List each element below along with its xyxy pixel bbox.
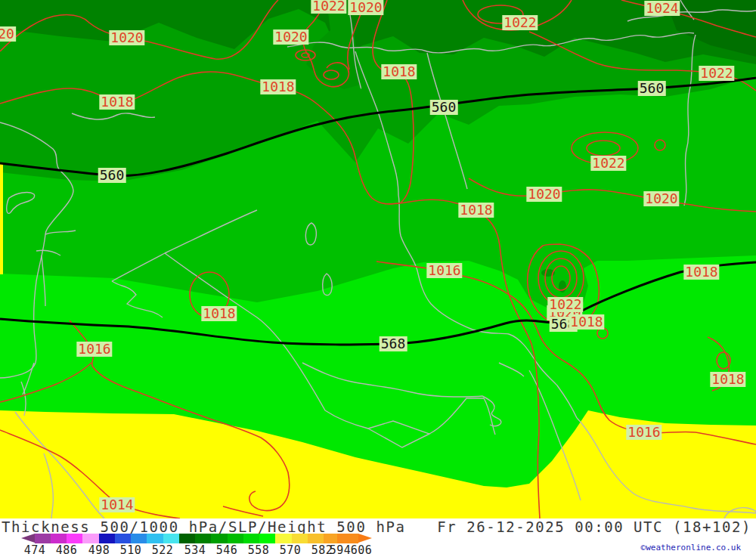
pressure-label-1016: 1016 — [626, 425, 662, 440]
colorbar-segment-15 — [275, 534, 292, 543]
colorbar-segment-19 — [337, 534, 358, 543]
colorbar-segment-12 — [228, 534, 243, 543]
weather-map-page: 2010201018102210201020101810181022102410… — [0, 0, 756, 554]
colorbar-tick-594: 594 — [330, 543, 352, 554]
pressure-label-1016: 1016 — [76, 342, 112, 357]
colorbar-segment-3 — [82, 534, 99, 543]
colorbar-tick-558: 558 — [248, 543, 270, 554]
colorbar-tick-546: 546 — [216, 543, 238, 554]
pressure-label-1022: 1022 — [311, 0, 346, 14]
colorbar-tick-498: 498 — [88, 543, 110, 554]
colorbar-segment-1 — [51, 534, 67, 543]
pressure-label-1014: 1014 — [99, 497, 135, 512]
copyright-link: ©weatheronline.co.uk — [641, 543, 741, 552]
pressure-label-1018: 1018 — [381, 64, 417, 79]
pressure-label-1018: 1018 — [458, 203, 494, 218]
colorbar-segment-0 — [35, 534, 51, 543]
pressure-label-1018: 1018 — [201, 306, 237, 321]
pressure-label-1016: 1016 — [426, 263, 462, 278]
colorbar-segment-17 — [308, 534, 324, 543]
pressure-label-1022: 1022 — [547, 297, 583, 312]
height-label-560: 560 — [638, 81, 666, 96]
colorbar-tick-534: 534 — [184, 543, 206, 554]
colorbar-tick-510: 510 — [120, 543, 142, 554]
footer: Thickness 500/1000 hPa/SLP/Height 500 hP… — [0, 518, 756, 554]
pressure-label-1022: 1022 — [590, 156, 626, 171]
colorbar-segment-5 — [115, 534, 131, 543]
pressure-label-20: 20 — [0, 26, 16, 42]
colorbar-segment-8 — [163, 534, 179, 543]
map-canvas: 2010201018102210201020101810181022102410… — [0, 0, 756, 518]
colorbar-segment-7 — [147, 534, 163, 543]
pressure-label-1018: 1018 — [569, 314, 604, 330]
colorbar-segment-10 — [195, 534, 211, 543]
colorbar-segment-18 — [324, 534, 337, 543]
colorbar-segment-13 — [243, 534, 259, 543]
contour-labels-layer: 2010201018102210201020101810181022102410… — [0, 0, 756, 518]
colorbar-segment-14 — [259, 534, 275, 543]
colorbar-head-arrow — [358, 534, 372, 543]
pressure-label-1020: 1020 — [643, 191, 679, 206]
colorbar-tick-522: 522 — [152, 543, 174, 554]
pressure-label-1022: 1022 — [502, 15, 538, 30]
pressure-label-1022: 1022 — [699, 66, 734, 81]
colorbar-tick-486: 486 — [56, 543, 78, 554]
colorbar-segment-4 — [99, 534, 115, 543]
height-label-560: 560 — [430, 100, 458, 115]
pressure-label-1020: 1020 — [526, 187, 562, 202]
colorbar-tick-606: 606 — [351, 543, 373, 554]
pressure-label-1018: 1018 — [683, 265, 719, 280]
pressure-label-1024: 1024 — [644, 1, 680, 16]
colorbar-tick-474: 474 — [24, 543, 46, 554]
colorbar-tick-570: 570 — [280, 543, 302, 554]
height-label-560: 560 — [98, 168, 126, 183]
pressure-label-1018: 1018 — [710, 372, 745, 387]
pressure-label-1020: 1020 — [273, 29, 308, 45]
pressure-label-1018: 1018 — [260, 79, 296, 94]
colorbar-segment-11 — [211, 534, 228, 543]
pressure-label-1018: 1018 — [99, 94, 135, 110]
colorbar-tail-arrow — [21, 534, 35, 543]
pressure-label-1020: 1020 — [348, 0, 383, 15]
height-label-568: 568 — [380, 336, 407, 351]
colorbar-segment-2 — [67, 534, 82, 543]
colorbar-segment-16 — [292, 534, 308, 543]
colorbar-segment-6 — [131, 534, 147, 543]
pressure-label-1020: 1020 — [109, 30, 144, 45]
colorbar-segment-9 — [179, 534, 195, 543]
